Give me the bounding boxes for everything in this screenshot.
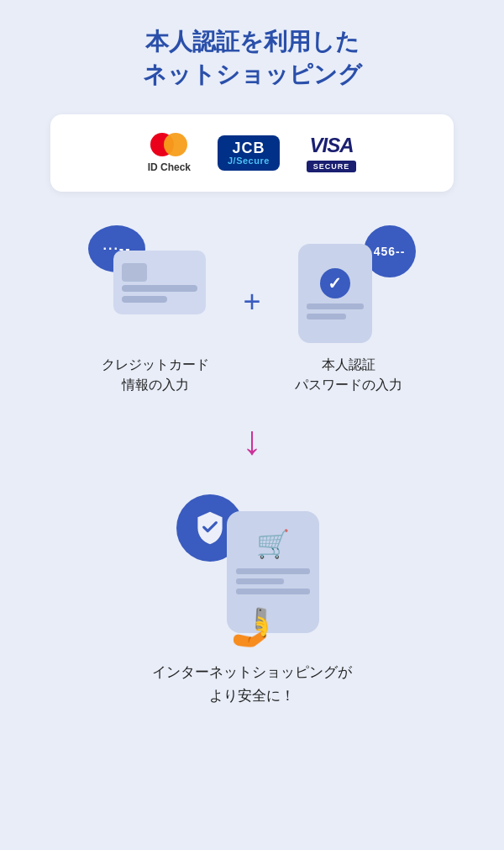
step1-item: ···-- クレジットカード 情報の入力 (88, 225, 223, 395)
plus-icon: + (243, 284, 260, 319)
jcb-top-text: JCB (228, 140, 270, 156)
jcb-bottom-text: J/Secure (228, 156, 270, 166)
phone-num-text: 456-- (374, 245, 406, 258)
res-line3 (236, 589, 310, 594)
result-label: インターネットショッピングが より安全に！ (152, 661, 352, 706)
hand-hold-icon: 🤳 (229, 609, 276, 646)
cart-icon: 🛒 (256, 528, 290, 560)
res-line1 (236, 568, 310, 574)
phone-lines (307, 304, 364, 319)
step2-icon: 456-- ✓ (281, 225, 416, 343)
ph-line2 (307, 314, 347, 319)
check-icon: ✓ (328, 273, 342, 293)
visa-logo: VISA SECURE (307, 134, 357, 172)
mastercard-logo: ID Check (148, 133, 191, 173)
visa-secure-badge: SECURE (307, 161, 357, 172)
result-icon-wrap: 🛒 🤳 (168, 478, 336, 646)
mc-circle-right (164, 133, 187, 156)
jcb-logo: JCB J/Secure (218, 135, 280, 171)
res-line2 (236, 578, 284, 584)
ph-line1 (307, 304, 364, 309)
mc-label: ID Check (148, 161, 191, 173)
step1-label: クレジットカード 情報の入力 (102, 355, 209, 395)
steps-row: ···-- クレジットカード 情報の入力 + 456-- (17, 225, 487, 395)
cc-chip (122, 263, 147, 282)
cc-card (113, 251, 206, 314)
step2-label: 本人認証 パスワードの入力 (295, 355, 402, 395)
phone-check-circle: ✓ (320, 268, 350, 298)
result-lines (236, 568, 310, 594)
page-title: 本人認証を利用した ネットショッピング (143, 25, 362, 91)
card-logos-box: ID Check JCB J/Secure VISA SECURE (50, 114, 454, 192)
cc-line2 (122, 296, 167, 303)
arrow-down-icon: ↓ (242, 420, 262, 461)
step2-item: 456-- ✓ 本人認証 パスワードの入力 (281, 225, 416, 395)
cc-line1 (122, 285, 197, 292)
mc-circles (150, 133, 187, 156)
visa-text: VISA (310, 134, 354, 157)
step1-icon: ···-- (88, 225, 223, 343)
phone-body: ✓ (298, 244, 372, 343)
shield-icon (192, 510, 228, 546)
